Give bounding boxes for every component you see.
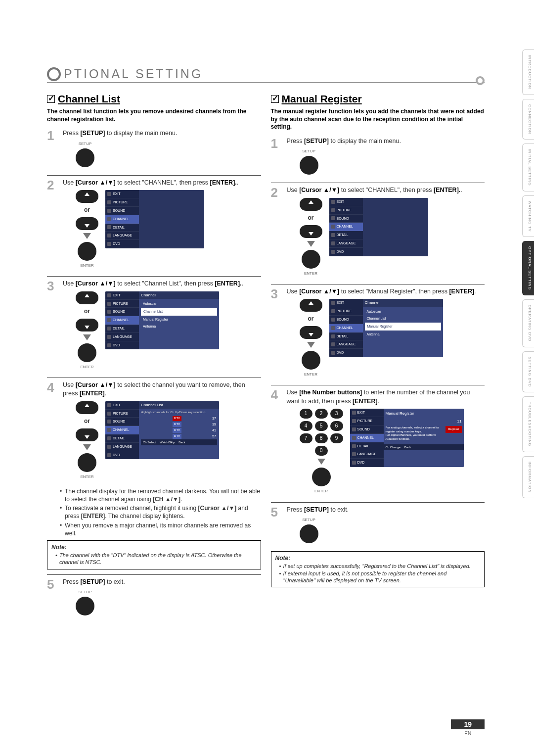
step-1: 1 Press [SETUP] to display the main menu… — [47, 129, 261, 170]
menu-screenshot-chlist: EXIT PICTURE SOUND CHANNEL DETAIL LANGUA… — [105, 291, 219, 350]
side-tab: WATCHING TV — [522, 195, 534, 237]
cursor-up-icon — [76, 190, 98, 203]
chevron-down-icon — [83, 233, 91, 239]
note-box-right: Note: If set up completes successfully, … — [271, 551, 485, 587]
step-3: 3 Use [Cursor ▲/▼] to select "Channel Li… — [47, 280, 261, 372]
menu-screenshot-manual-register: EXIT PICTURE SOUND CHANNEL DETAIL LANGUA… — [350, 409, 464, 467]
page-header: PTIONAL SETTING — [47, 67, 485, 83]
step-5-left: 5 Press [SETUP] to exit. SETUP — [47, 578, 261, 619]
side-tab: INTRODUCTION — [522, 49, 534, 95]
side-tab: INITIAL SETTING — [522, 143, 534, 191]
section-sub: The channel list function lets you remov… — [47, 108, 261, 123]
step4-notes: The channel display for the removed chan… — [60, 487, 261, 537]
note-box: Note: The channel with the "DTV" indicat… — [47, 540, 261, 569]
step-5-right: 5 Press [SETUP] to exit. SETUP — [271, 506, 485, 547]
step-2: 2 Use [Cursor ▲/▼] to select "CHANNEL", … — [47, 179, 261, 271]
side-tab: INFORMATION — [522, 456, 534, 498]
manual-register-column: Manual Register The manual register func… — [271, 93, 485, 623]
menu-screenshot-chlist-items: EXIT PICTURE SOUND CHANNEL DETAIL LANGUA… — [105, 401, 219, 460]
side-tab: OPTIONAL SETTING — [522, 241, 534, 295]
section-title-channel-list: Channel List — [47, 93, 261, 105]
enter-button-icon — [78, 242, 96, 261]
side-tab: TROUBLESHOOTING — [522, 396, 534, 452]
channel-list-column: Channel List The channel list function l… — [47, 93, 261, 623]
check-icon — [271, 95, 279, 103]
setup-button-icon — [76, 148, 94, 167]
setup-label: SETUP — [79, 141, 92, 146]
section-title-manual-register: Manual Register — [271, 93, 485, 105]
side-tab: SETTING DVD — [522, 351, 534, 392]
number-pad-illustration: 123 456 789 0 ENTER — [300, 409, 343, 494]
dpad-illustration: or ENTER — [76, 190, 98, 268]
header-text: PTIONAL SETTING — [64, 67, 203, 81]
cursor-down-icon — [76, 217, 98, 230]
check-icon — [47, 95, 55, 103]
side-tab: OPERATING DVD — [522, 299, 534, 347]
section-sub: The manual register function lets you ad… — [271, 108, 485, 131]
side-tabs: INTRODUCTIONCONNECTIONINITIAL SETTINGWAT… — [522, 49, 534, 498]
menu-screenshot-channel: EXIT PICTURE SOUND CHANNEL DETAIL LANGUA… — [105, 190, 204, 248]
page-number: 19 EN — [451, 719, 485, 736]
step-4: 4 Use [Cursor ▲/▼] to select the channel… — [47, 381, 261, 482]
side-tab: CONNECTION — [522, 99, 534, 140]
header-o-icon — [47, 67, 61, 81]
header-line-dot — [476, 76, 485, 85]
